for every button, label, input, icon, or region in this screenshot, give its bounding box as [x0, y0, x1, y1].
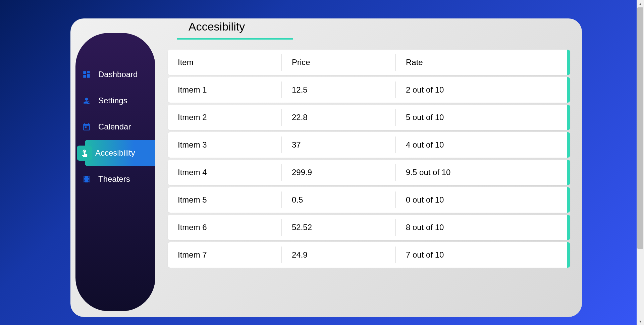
table-row[interactable]: Itmem 4 299.9 9.5 out of 10	[168, 160, 570, 185]
sidebar-item-theaters[interactable]: Theaters	[75, 166, 155, 192]
cell-price: 0.5	[282, 192, 396, 208]
cell-rate: 7 out of 10	[396, 250, 570, 260]
cell-rate: 9.5 out of 10	[396, 168, 570, 177]
table-row[interactable]: Itmem 5 0.5 0 out of 10	[168, 187, 570, 213]
sidebar: Dashboard Settings Calendar Accesibility…	[75, 33, 155, 311]
cell-price: 12.5	[282, 82, 396, 98]
cell-price: 37	[282, 137, 396, 153]
scrollbar-thumb[interactable]	[637, 7, 643, 249]
dashboard-icon	[82, 69, 92, 79]
sidebar-item-dashboard[interactable]: Dashboard	[75, 61, 155, 88]
table-header-rate: Rate	[396, 58, 570, 67]
title-underline	[177, 38, 293, 40]
cell-item: Itmem 7	[168, 247, 282, 263]
cell-price: 299.9	[282, 164, 396, 181]
table-row[interactable]: Itmem 3 37 4 out of 10	[168, 132, 570, 158]
scrollbar-down-arrow[interactable]: ▼	[637, 318, 644, 325]
sidebar-item-accesibility[interactable]: Accesibility	[85, 140, 155, 166]
cell-rate: 0 out of 10	[396, 195, 570, 205]
sidebar-item-label: Accesibility	[95, 148, 135, 158]
table-row[interactable]: Itmem 2 22.8 5 out of 10	[168, 105, 570, 130]
table-row[interactable]: Itmem 1 12.5 2 out of 10	[168, 77, 570, 103]
sidebar-item-label: Theaters	[98, 174, 130, 184]
sidebar-item-settings[interactable]: Settings	[75, 88, 155, 114]
settings-user-icon	[82, 96, 92, 106]
table-header-item: Item	[168, 54, 282, 71]
sidebar-item-calendar[interactable]: Calendar	[75, 114, 155, 140]
cell-price: 22.8	[282, 109, 396, 126]
table-header-row: Item Price Rate	[168, 50, 570, 75]
cell-item: Itmem 2	[168, 109, 282, 126]
scrollbar-up-arrow[interactable]: ▲	[637, 0, 644, 7]
data-table: Item Price Rate Itmem 1 12.5 2 out of 10…	[168, 50, 570, 268]
cell-rate: 8 out of 10	[396, 223, 570, 232]
sidebar-item-label: Dashboard	[98, 70, 138, 79]
sidebar-item-label: Calendar	[98, 122, 131, 131]
cell-rate: 5 out of 10	[396, 113, 570, 122]
table-row[interactable]: Itmem 6 52.52 8 out of 10	[168, 215, 570, 240]
theaters-icon	[82, 174, 92, 184]
table-row[interactable]: Itmem 7 24.9 7 out of 10	[168, 242, 570, 268]
cell-item: Itmem 6	[168, 219, 282, 236]
cell-item: Itmem 1	[168, 82, 282, 98]
touch-icon	[77, 146, 92, 161]
scrollbar[interactable]: ▲ ▼	[637, 0, 644, 325]
cell-rate: 2 out of 10	[396, 85, 570, 95]
cell-item: Itmem 3	[168, 137, 282, 153]
table-header-price: Price	[282, 54, 396, 71]
calendar-icon	[82, 122, 92, 132]
sidebar-item-label: Settings	[98, 96, 127, 105]
cell-price: 24.9	[282, 247, 396, 263]
page-title: Accesibility	[189, 20, 570, 38]
cell-rate: 4 out of 10	[396, 140, 570, 150]
content-area: Accesibility Item Price Rate Itmem 1 12.…	[168, 20, 570, 270]
cell-item: Itmem 5	[168, 192, 282, 208]
cell-item: Itmem 4	[168, 164, 282, 181]
cell-price: 52.52	[282, 219, 396, 236]
